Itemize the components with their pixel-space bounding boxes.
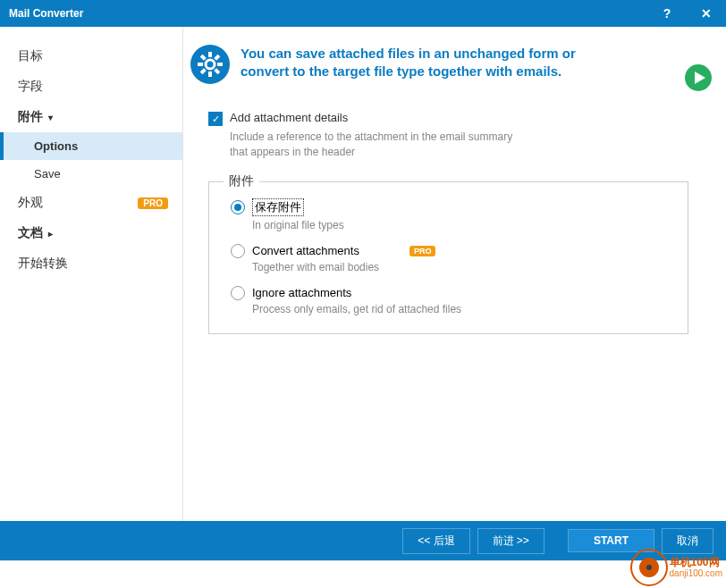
footer-bar: << 后退 前进 >> START 取消 xyxy=(0,521,726,560)
radio-ignore-attachments[interactable]: Ignore attachments xyxy=(231,286,670,300)
page-description: You can save attached files in an unchan… xyxy=(241,45,625,81)
gear-icon xyxy=(190,45,230,84)
svg-rect-2 xyxy=(208,52,212,57)
checkbox-description: Include a reference to the attachment in… xyxy=(230,130,516,160)
window-border xyxy=(0,560,726,588)
fieldset-legend: 附件 xyxy=(224,173,259,189)
radio-icon xyxy=(231,200,245,214)
checkbox-label: Add attachment details xyxy=(230,111,348,124)
window-title: Mail Converter xyxy=(9,7,647,20)
radio-label: Ignore attachments xyxy=(252,286,351,299)
radio-description: Process only emails, get rid of attached… xyxy=(252,303,670,315)
svg-rect-4 xyxy=(198,63,203,66)
sidebar-item-target[interactable]: 目标 xyxy=(0,41,182,71)
radio-convert-attachments[interactable]: Convert attachments PRO xyxy=(231,244,670,258)
sidebar-item-fields[interactable]: 字段 xyxy=(0,71,182,102)
radio-label: Convert attachments xyxy=(252,244,359,257)
chevron-down-icon: ▾ xyxy=(48,113,53,122)
radio-icon xyxy=(231,286,245,300)
pro-badge: PRO xyxy=(409,246,436,256)
content-panel: You can save attached files in an unchan… xyxy=(183,27,726,521)
radio-icon xyxy=(231,244,245,258)
radio-description: Together with email bodies xyxy=(252,261,670,273)
sidebar-item-appearance[interactable]: 外观 PRO xyxy=(0,188,182,218)
sidebar-sub-save[interactable]: Save xyxy=(0,160,182,188)
svg-rect-3 xyxy=(208,71,212,77)
svg-rect-5 xyxy=(217,63,223,66)
close-button[interactable]: ✕ xyxy=(687,0,726,27)
start-button[interactable]: START xyxy=(568,529,654,552)
sidebar-item-attachments[interactable]: 附件 ▾ xyxy=(0,102,182,132)
pro-badge: PRO xyxy=(138,197,168,209)
radio-label: 保存附件 xyxy=(252,198,304,216)
add-details-checkbox[interactable]: ✓ Add attachment details xyxy=(208,111,706,126)
svg-point-1 xyxy=(206,60,215,69)
chevron-right-icon: ▸ xyxy=(48,229,53,239)
sidebar: 目标 字段 附件 ▾ Options Save 外观 PRO 文档 ▸ 开始转换 xyxy=(0,27,183,521)
sidebar-sub-options[interactable]: Options xyxy=(0,132,182,160)
attachments-fieldset: 附件 保存附件 In original file types Convert a… xyxy=(208,181,688,334)
sidebar-item-document[interactable]: 文档 ▸ xyxy=(0,218,182,248)
main-area: 目标 字段 附件 ▾ Options Save 外观 PRO 文档 ▸ 开始转换 xyxy=(0,27,726,521)
help-button[interactable]: ? xyxy=(647,0,687,27)
radio-description: In original file types xyxy=(252,219,670,231)
cancel-button[interactable]: 取消 xyxy=(662,528,713,554)
titlebar: Mail Converter ? ✕ xyxy=(0,0,726,27)
next-button[interactable]: 前进 >> xyxy=(477,528,544,554)
radio-save-attachments[interactable]: 保存附件 xyxy=(231,198,670,216)
checkmark-icon: ✓ xyxy=(208,112,223,126)
back-button[interactable]: << 后退 xyxy=(402,528,469,554)
play-button[interactable] xyxy=(685,64,712,91)
sidebar-item-start[interactable]: 开始转换 xyxy=(0,248,182,279)
